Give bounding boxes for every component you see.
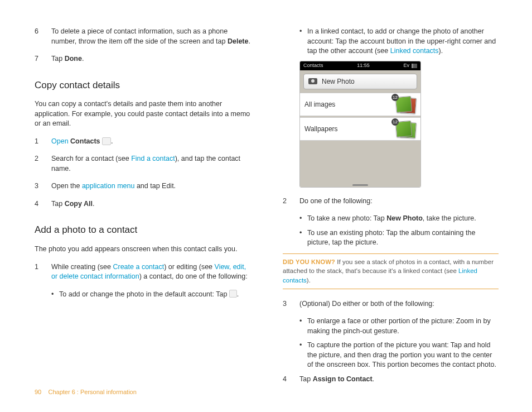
did-you-know-callout: DID YOU KNOW? If you see a stack of phot… [283, 253, 499, 289]
add-step-2: 2 Do one of the following: [283, 197, 499, 207]
step-number: 4 [35, 199, 51, 209]
phone-content: New Photo All images 12 Wallpapers 12 [300, 70, 420, 187]
contacts-icon [102, 137, 111, 145]
add-step-4: 4 Tap Assign to Contact. [283, 375, 499, 385]
copy-step-2: 2 Search for a contact (see Find a conta… [35, 154, 250, 174]
step-text: To delete a piece of contact information… [51, 27, 250, 46]
album-all-images[interactable]: All images 12 [300, 93, 420, 116]
step-number: 7 [35, 54, 51, 64]
step-number: 1 [35, 137, 51, 147]
link-create-a-contact[interactable]: Create a contact [113, 263, 164, 271]
chapter-title: Chapter 6 : Personal information [48, 389, 136, 395]
list-item: • To enlarge a face or other portion of … [299, 317, 499, 336]
copy-step-3: 3 Open the application menu and tap Edit… [35, 181, 250, 191]
camera-icon [308, 78, 317, 84]
link-find-a-contact[interactable]: Find a contact [131, 155, 175, 162]
add-step-1-bullets-cont: • In a linked contact, to add or change … [283, 27, 499, 56]
step-text: Do one of the following: [299, 197, 499, 207]
list-item: • In a linked contact, to add or change … [299, 27, 499, 56]
heading-add-photo: Add a photo to a contact [35, 223, 250, 237]
list-item: • To add or change the photo in the defa… [51, 290, 250, 300]
step-number: 2 [35, 154, 51, 174]
step-number: 6 [35, 27, 51, 46]
list-item: • To use an existing photo: Tap the albu… [299, 228, 499, 248]
status-ev: Ev [403, 62, 409, 69]
step-text: While creating (see Create a contact) or… [51, 262, 250, 282]
step-number: 2 [283, 197, 299, 207]
page-number: 90 [35, 389, 41, 395]
right-column: • In a linked contact, to add or change … [283, 27, 499, 392]
step-7: 7 Tap Done. [35, 54, 250, 64]
heading-copy-contact-details: Copy contact details [35, 79, 250, 92]
step-text: Tap Done. [51, 54, 250, 64]
add-step-3-bullets: • To enlarge a face or other portion of … [283, 317, 499, 370]
copy-step-4: 4 Tap Copy All. [35, 199, 250, 209]
phone-screenshot: Contacts 11:55 Ev New Photo All images 1… [299, 61, 421, 188]
status-app: Contacts [303, 62, 323, 69]
album-label: Wallpapers [304, 124, 338, 134]
callout-lead: DID YOU KNOW? [283, 258, 335, 265]
step-number: 4 [283, 375, 299, 385]
add-step-3: 3 (Optional) Do either or both of the fo… [283, 299, 499, 309]
new-photo-button[interactable]: New Photo [303, 74, 417, 90]
step-6: 6 To delete a piece of contact informati… [35, 27, 250, 46]
list-item: • To capture the portion of the picture … [299, 341, 499, 370]
gesture-pill-icon [352, 184, 368, 186]
signal-icon [412, 64, 417, 68]
step-text: Open the application menu and tap Edit. [51, 181, 250, 191]
person-icon [229, 290, 237, 298]
step-number: 3 [35, 181, 51, 191]
copy-intro: You can copy a contact's details and pas… [35, 99, 250, 129]
list-item: • To take a new photo: Tap New Photo, ta… [299, 214, 499, 224]
step-text: Search for a contact (see Find a contact… [51, 154, 250, 174]
album-wallpapers[interactable]: Wallpapers 12 [300, 117, 420, 141]
step-text: Open Contacts . [51, 137, 250, 147]
add-step-1-bullets: • To add or change the photo in the defa… [35, 290, 250, 300]
album-label: All images [304, 100, 335, 109]
status-time: 11:55 [357, 62, 370, 69]
left-column: 6 To delete a piece of contact informati… [35, 27, 250, 392]
copy-step-1: 1 Open Contacts . [35, 137, 250, 147]
add-step-1: 1 While creating (see Create a contact) … [35, 262, 250, 282]
status-bar: Contacts 11:55 Ev [300, 61, 420, 70]
photo-stack: 12 [394, 97, 416, 112]
link-linked-contacts[interactable]: Linked contacts [390, 47, 439, 55]
link-open[interactable]: Open [51, 137, 69, 145]
new-photo-label: New Photo [322, 77, 355, 87]
step-text: (Optional) Do either or both of the foll… [299, 299, 499, 309]
step-number: 3 [283, 299, 299, 309]
add-photo-intro: The photo you add appears onscreen when … [35, 245, 250, 255]
page-footer: 90 Chapter 6 : Personal information [35, 388, 137, 396]
add-step-2-bullets: • To take a new photo: Tap New Photo, ta… [283, 214, 499, 248]
link-application-menu[interactable]: application menu [82, 182, 135, 190]
step-number: 1 [35, 262, 51, 282]
step-text: Tap Copy All. [51, 199, 250, 209]
photo-stack: 12 [394, 121, 416, 137]
step-text: Tap Assign to Contact. [299, 375, 499, 385]
